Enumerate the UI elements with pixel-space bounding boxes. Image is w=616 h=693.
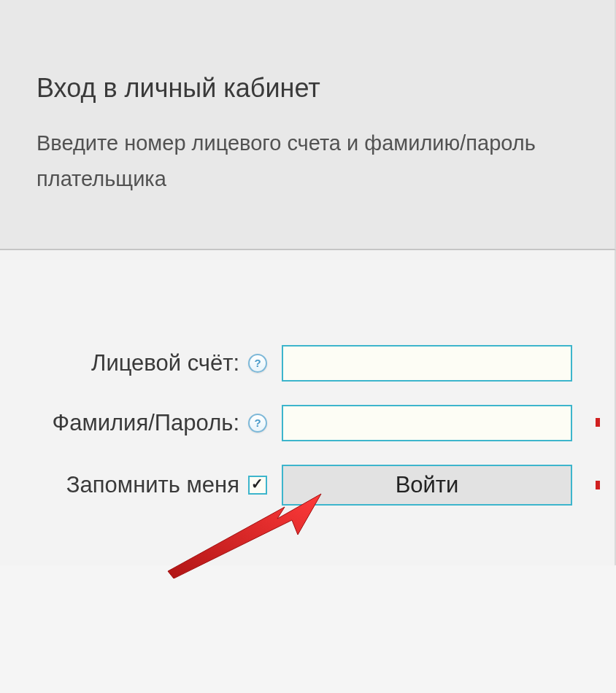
- remember-checkbox[interactable]: [248, 476, 267, 495]
- password-label: Фамилия/Пароль:: [0, 410, 248, 436]
- remember-row: Запомнить меня Войти: [0, 465, 600, 506]
- page-subtitle: Введите номер лицевого счета и фамилию/п…: [36, 125, 578, 198]
- account-input[interactable]: [282, 345, 572, 382]
- remember-label: Запомнить меня: [0, 472, 248, 498]
- help-icon[interactable]: ?: [248, 414, 267, 433]
- error-indicator: [596, 481, 600, 489]
- header-section: Вход в личный кабинет Введите номер лице…: [0, 0, 616, 250]
- page-title: Вход в личный кабинет: [36, 73, 578, 104]
- password-input[interactable]: [282, 405, 572, 441]
- login-button[interactable]: Войти: [282, 465, 572, 506]
- error-indicator: [596, 418, 600, 427]
- account-row: Лицевой счёт: ?: [0, 345, 600, 382]
- account-label: Лицевой счёт:: [0, 350, 248, 376]
- help-icon[interactable]: ?: [248, 354, 267, 373]
- password-row: Фамилия/Пароль: ?: [0, 405, 600, 441]
- login-form: Лицевой счёт: ? Фамилия/Пароль: ? Запомн…: [0, 250, 616, 565]
